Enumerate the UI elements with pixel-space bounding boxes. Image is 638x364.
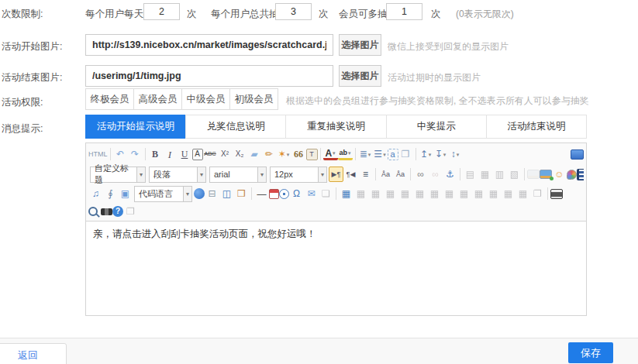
end-image-pick-button[interactable]: 选择图片 bbox=[339, 65, 381, 87]
emoji-icon[interactable]: ☺ bbox=[552, 167, 567, 182]
insert-col-icon: ▦ bbox=[412, 186, 427, 201]
line-height-icon[interactable]: ↕ bbox=[448, 146, 463, 162]
blockquote-icon[interactable]: 66 bbox=[291, 146, 306, 162]
editor-content[interactable]: 亲，请点击进入刮刮卡抽奖活动页面，祝您好运哦！ bbox=[86, 221, 586, 315]
back-button[interactable]: 返回 bbox=[0, 343, 67, 364]
format-painter-icon[interactable]: ✏ bbox=[262, 146, 277, 162]
message-tab-3[interactable]: 重复抽奖说明 bbox=[285, 115, 386, 139]
message-tab-5[interactable]: 活动结束说明 bbox=[486, 115, 587, 139]
map-icon[interactable]: ▣ bbox=[118, 186, 133, 201]
merge-right-icon: ▦ bbox=[486, 186, 501, 201]
lowercase-icon[interactable]: Åa bbox=[393, 167, 408, 182]
delete-table-icon: ▦ bbox=[353, 186, 368, 201]
image-left-icon: ▤ bbox=[463, 167, 478, 182]
autotypeset-icon[interactable]: ✶ bbox=[277, 146, 291, 162]
unordered-list-icon[interactable]: ☰ bbox=[373, 146, 388, 162]
columns-icon[interactable]: ◫ bbox=[219, 186, 234, 201]
start-image-input[interactable] bbox=[85, 34, 333, 56]
toolbar-separator bbox=[110, 148, 111, 160]
pagebreak-icon[interactable]: ⊟ bbox=[205, 186, 219, 201]
end-image-input[interactable] bbox=[85, 65, 333, 87]
music-icon[interactable]: ♫ bbox=[88, 186, 103, 201]
message-tab-2[interactable]: 兑奖信息说明 bbox=[185, 115, 286, 139]
end-image-label: 活动结束图片: bbox=[2, 71, 62, 84]
attachment-icon[interactable]: ∮ bbox=[103, 186, 118, 201]
font-color-icon[interactable]: A bbox=[323, 148, 338, 160]
new-doc-icon[interactable]: ❐ bbox=[398, 146, 413, 162]
code-language-select[interactable]: 代码语言▾ bbox=[134, 186, 192, 202]
permission-group-2[interactable]: 高级会员 bbox=[133, 88, 182, 110]
help-icon[interactable]: ? bbox=[112, 206, 123, 217]
unlink-icon: ∞ bbox=[428, 167, 443, 182]
save-button[interactable]: 保存 bbox=[568, 342, 613, 363]
footer-bar bbox=[0, 338, 638, 364]
rich-text-editor: HTML↶↷BIUAABCX²X₂▰✏✶66TAab≣☰a❐↥↧↕自定义标题▾段… bbox=[85, 143, 587, 316]
member-extra-input[interactable] bbox=[386, 3, 422, 20]
scrawl-icon[interactable] bbox=[567, 170, 577, 180]
per-day-unit: 次 bbox=[187, 8, 197, 21]
permission-group-4[interactable]: 初级会员 bbox=[229, 88, 278, 110]
bold-icon[interactable]: B bbox=[148, 146, 163, 162]
ordered-list-icon[interactable]: ≣ bbox=[358, 146, 373, 162]
note-icon[interactable]: ✉ bbox=[304, 186, 319, 201]
hr-icon[interactable]: — bbox=[254, 186, 269, 201]
fullscreen-icon[interactable] bbox=[571, 149, 584, 160]
message-tab-4[interactable]: 中奖提示 bbox=[386, 115, 487, 139]
preview-icon[interactable] bbox=[88, 207, 98, 216]
split-rows-icon: ▦ bbox=[457, 186, 471, 201]
undo-icon[interactable]: ↶ bbox=[113, 146, 128, 162]
permission-groups: 终极会员高级会员中级会员初级会员 bbox=[85, 88, 278, 110]
find-replace-icon[interactable] bbox=[101, 208, 112, 215]
underline-icon[interactable]: U bbox=[178, 146, 192, 162]
insert-image-icon[interactable] bbox=[540, 170, 552, 179]
split-cols-icon: ▦ bbox=[471, 186, 486, 201]
per-day-input[interactable] bbox=[143, 3, 180, 20]
subscript-icon[interactable]: X₂ bbox=[233, 146, 247, 162]
italic-icon[interactable]: I bbox=[163, 146, 178, 162]
toolbar-separator bbox=[410, 168, 411, 180]
merge-cells-icon: ▦ bbox=[383, 186, 398, 201]
permission-group-1[interactable]: 终极会员 bbox=[85, 88, 134, 110]
uppercase-icon[interactable]: Åa bbox=[378, 167, 393, 182]
special-char-icon[interactable]: Ω bbox=[289, 186, 304, 201]
anchor-point-icon[interactable]: ⚓ bbox=[443, 167, 457, 182]
anchor-icon[interactable]: a bbox=[388, 149, 398, 160]
ltr-icon[interactable]: ▶¶ bbox=[329, 167, 343, 182]
print-icon[interactable] bbox=[550, 189, 563, 199]
date-icon[interactable] bbox=[269, 189, 279, 199]
redo-icon[interactable]: ↷ bbox=[128, 146, 143, 162]
font-select[interactable]: arial▾ bbox=[209, 167, 267, 183]
html-source-icon[interactable]: HTML bbox=[88, 146, 108, 162]
message-tab-1[interactable]: 活动开始提示说明 bbox=[85, 115, 186, 139]
paragraph-select[interactable]: 段落▾ bbox=[149, 167, 206, 183]
eraser-icon[interactable]: ▰ bbox=[247, 146, 262, 162]
video-icon[interactable] bbox=[577, 169, 584, 180]
total-input[interactable] bbox=[275, 3, 312, 20]
start-image-pick-button[interactable]: 选择图片 bbox=[339, 34, 381, 56]
image-icon bbox=[527, 170, 540, 179]
superscript-icon[interactable]: X² bbox=[218, 146, 233, 162]
toolbar-separator bbox=[547, 187, 548, 200]
total-unit: 次 bbox=[319, 8, 329, 21]
rtl-icon[interactable]: ¶◀ bbox=[343, 167, 358, 182]
fontsize-select[interactable]: 12px▾ bbox=[270, 167, 327, 183]
border-text-icon[interactable]: A bbox=[192, 149, 203, 160]
chevron-down-icon: ▾ bbox=[257, 167, 266, 182]
strikethrough-icon[interactable]: ABC bbox=[203, 146, 218, 162]
permission-group-3[interactable]: 中级会员 bbox=[181, 88, 230, 110]
chevron-down-icon: ▾ bbox=[183, 187, 191, 201]
insert-table-icon[interactable]: ▦ bbox=[339, 186, 353, 201]
time-icon[interactable] bbox=[279, 189, 289, 199]
paste-text-icon[interactable]: T bbox=[306, 149, 318, 160]
align-icon[interactable]: ↧ bbox=[433, 146, 448, 162]
link-icon[interactable]: ∞ bbox=[413, 167, 428, 182]
highlight-color-icon[interactable]: ab bbox=[338, 149, 353, 160]
indent-icon[interactable]: ↥ bbox=[419, 146, 433, 162]
heading-select[interactable]: 自定义标题▾ bbox=[90, 167, 146, 183]
indent-paragraph-icon[interactable]: ≡ bbox=[358, 167, 373, 182]
image-center-icon: ▦ bbox=[478, 167, 492, 182]
insert-code-icon[interactable] bbox=[194, 188, 205, 199]
permission-label: 活动权限: bbox=[2, 96, 43, 109]
snapshot-icon[interactable]: ❒ bbox=[234, 186, 249, 201]
permission-hint: 根据选中的会员组进行参与抽奖资格限制, 全不选表示所有人可以参与抽奖 bbox=[286, 94, 589, 108]
